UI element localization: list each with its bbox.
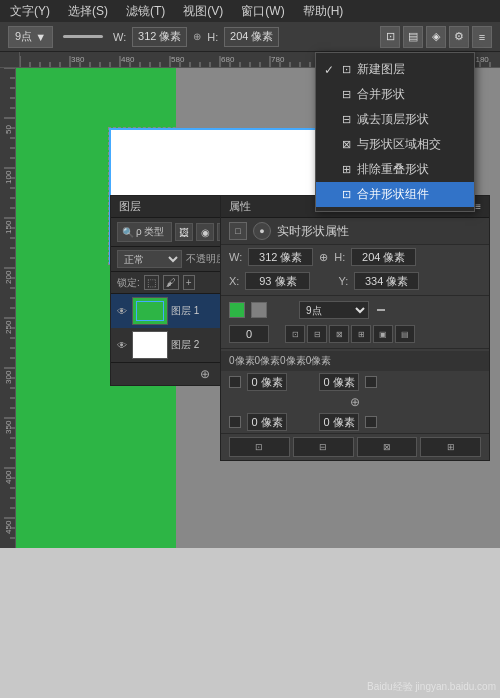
bottom-align-btn-2[interactable]: ⊟	[293, 437, 354, 457]
menu-item-filter[interactable]: 滤镜(T)	[122, 1, 169, 22]
align-btn-4[interactable]: ⊞	[351, 325, 371, 343]
lock-position-icon[interactable]: +	[183, 275, 195, 290]
layers-search-label: ρ 类型	[136, 225, 164, 239]
properties-header: □ ● 实时形状属性	[221, 218, 489, 245]
bottom-align-btn-3[interactable]: ⊠	[357, 437, 418, 457]
ruler-corner	[0, 52, 20, 68]
shape-operation-menu: ⊡ 新建图层 ⊟ 合并形状 ⊟ 减去顶层形状 ⊠ 与形状区域相交 ⊞ 排除重叠形…	[315, 52, 475, 212]
menu-item-intersect-shape[interactable]: ⊠ 与形状区域相交	[316, 132, 474, 157]
merge-shape-icon: ⊟	[342, 88, 351, 101]
h-label: H:	[207, 31, 218, 43]
props-size-row: W: ⊕ H:	[221, 245, 489, 269]
layers-filter-img[interactable]: 🖼	[175, 223, 193, 241]
stroke-val-4[interactable]	[319, 413, 359, 431]
layer-thumb-1	[132, 297, 168, 325]
x-prop-input[interactable]	[245, 272, 310, 290]
x-prop-label: X:	[229, 275, 239, 287]
y-prop-label: Y:	[338, 275, 348, 287]
layer-thumb-2	[132, 331, 168, 359]
search-icon: 🔍	[122, 227, 134, 238]
preset-selector[interactable]: 9点 ▼	[8, 26, 53, 48]
menu-item-merge-shape[interactable]: ⊟ 合并形状	[316, 82, 474, 107]
stroke-val-2[interactable]	[319, 373, 359, 391]
props-stroke-label: 0像素0像素0像素0像素	[221, 351, 489, 371]
bottom-align-btn-4[interactable]: ⊞	[420, 437, 481, 457]
chain-link-prop-icon: ⊕	[319, 251, 328, 264]
fill-icon[interactable]: ▤	[403, 26, 423, 48]
menu-item-subtract-shape[interactable]: ⊟ 减去顶层形状	[316, 107, 474, 132]
props-stroke-inputs-1	[221, 371, 489, 393]
props-bottom-align: ⊡ ⊟ ⊠ ⊞	[221, 433, 489, 460]
bottom-align-btn-1[interactable]: ⊡	[229, 437, 290, 457]
shape-circle-icon: ●	[253, 222, 271, 240]
blend-mode-select[interactable]: 正常	[117, 250, 182, 268]
style-icon[interactable]: ◈	[426, 26, 446, 48]
menu-item-text[interactable]: 文字(Y)	[6, 1, 54, 22]
fill-color-swatch[interactable]	[229, 302, 245, 318]
menubar: 文字(Y) 选择(S) 滤镜(T) 视图(V) 窗口(W) 帮助(H)	[0, 0, 500, 22]
checkbox-3[interactable]	[229, 416, 241, 428]
corner-radius-0[interactable]	[229, 325, 269, 343]
h-input[interactable]	[224, 27, 279, 47]
checkbox-2[interactable]	[365, 376, 377, 388]
lock-transparency-icon[interactable]: ⬚	[144, 275, 159, 290]
intersect-icon: ⊠	[342, 138, 351, 151]
stroke-val-3[interactable]	[247, 413, 287, 431]
toolbar: 9点 ▼ W: ⊕ H: ⊡ ▤ ◈ ⚙ ≡	[0, 22, 500, 52]
w-prop-input[interactable]	[248, 248, 313, 266]
exclude-icon: ⊞	[342, 163, 351, 176]
layers-title-label: 图层	[119, 199, 141, 214]
shape-live-icon: □	[229, 222, 247, 240]
subtract-shape-icon: ⊟	[342, 113, 351, 126]
extra-icon[interactable]: ≡	[472, 26, 492, 48]
layer-thumb-selection	[136, 301, 164, 321]
settings-icon[interactable]: ⚙	[449, 26, 469, 48]
menu-item-view[interactable]: 视图(V)	[179, 1, 227, 22]
align-btn-1[interactable]: ⊡	[285, 325, 305, 343]
menu-item-help[interactable]: 帮助(H)	[299, 1, 348, 22]
eye-icon-2[interactable]: 👁	[115, 340, 129, 351]
checkbox-4[interactable]	[365, 416, 377, 428]
w-prop-label: W:	[229, 251, 242, 263]
stroke-preview	[63, 35, 103, 38]
lock-paint-icon[interactable]: 🖌	[163, 275, 179, 290]
align-buttons: ⊡ ⊟ ⊠ ⊞ ▣ ▤	[285, 325, 415, 343]
menu-item-exclude-shape[interactable]: ⊞ 排除重叠形状	[316, 157, 474, 182]
props-divider-2	[221, 348, 489, 349]
merge-components-icon: ⊡	[342, 188, 351, 201]
link-layers-icon[interactable]: ⊕	[200, 367, 210, 381]
props-align-row: ⊡ ⊟ ⊠ ⊞ ▣ ▤	[221, 322, 489, 346]
props-position-row: X: Y:	[221, 269, 489, 293]
menu-item-new-layer[interactable]: ⊡ 新建图层	[316, 57, 474, 82]
stroke-type-select[interactable]: 9点	[299, 301, 369, 319]
watermark: Baidu经验 jingyan.baidu.com	[367, 680, 496, 694]
properties-panel-menu-icon[interactable]: ≡	[475, 201, 481, 212]
eye-icon-1[interactable]: 👁	[115, 306, 129, 317]
ruler-vertical	[0, 68, 16, 548]
layers-filter-circle[interactable]: ◉	[196, 223, 214, 241]
menu-item-window[interactable]: 窗口(W)	[237, 1, 288, 22]
h-prop-input[interactable]	[351, 248, 416, 266]
chevron-down-icon: ▼	[35, 31, 46, 43]
w-input[interactable]	[132, 27, 187, 47]
menu-item-select[interactable]: 选择(S)	[64, 1, 112, 22]
layers-icon[interactable]: ⊡	[380, 26, 400, 48]
align-btn-2[interactable]: ⊟	[307, 325, 327, 343]
checkbox-1[interactable]	[229, 376, 241, 388]
layers-search-box[interactable]: 🔍 ρ 类型	[117, 222, 172, 242]
menu-item-merge-components[interactable]: ⊡ 合并形状组件	[316, 182, 474, 207]
align-btn-6[interactable]: ▤	[395, 325, 415, 343]
props-color-row: 9点	[221, 298, 489, 322]
y-prop-input[interactable]	[354, 272, 419, 290]
w-label: W:	[113, 31, 126, 43]
chain-middle-icon[interactable]: ⊕	[350, 395, 360, 409]
new-layer-icon: ⊡	[342, 63, 351, 76]
h-prop-label: H:	[334, 251, 345, 263]
align-btn-3[interactable]: ⊠	[329, 325, 349, 343]
lock-label: 锁定:	[117, 276, 140, 290]
stroke-val-1[interactable]	[247, 373, 287, 391]
stroke-color-swatch[interactable]	[251, 302, 267, 318]
props-divider-1	[221, 295, 489, 296]
align-btn-5[interactable]: ▣	[373, 325, 393, 343]
props-header-label: 实时形状属性	[277, 223, 349, 240]
